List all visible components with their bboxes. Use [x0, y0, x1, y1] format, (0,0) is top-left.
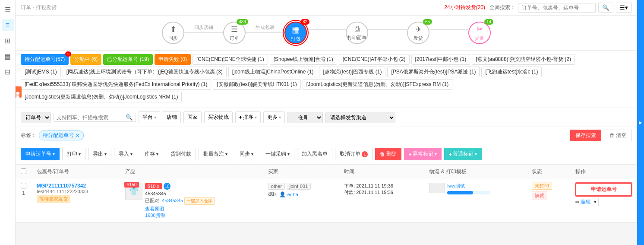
sidebar-icon-minus[interactable]: ⊟ [2, 66, 14, 78]
more-filter[interactable]: 更多 ▾ [263, 111, 285, 123]
sort-filter[interactable]: ♦ 排序 ▾ [235, 111, 261, 123]
select-all-checkbox[interactable] [21, 169, 26, 174]
buyer-logistics-filter[interactable]: 买家物流 [204, 111, 233, 123]
sync-button[interactable]: 同步 ▾ [235, 148, 258, 160]
country-filter[interactable]: 国家 [183, 111, 202, 123]
normal-mark-button[interactable]: ♦ 普通标记 ▾ [444, 148, 482, 160]
tabs-row-3: [FedEx(test555333)]联邦快递国际优先快递服务(FedEx In… [21, 79, 632, 90]
tab-quwuliu[interactable]: [趣物流(test)]巴西专线 (1) [319, 67, 385, 77]
batch-remark-button[interactable]: 批量备注 ▾ [199, 148, 232, 160]
apply-shipping-button[interactable]: 申请运单号 [575, 183, 632, 196]
cancel-order-button[interactable]: 取消订单 1 [335, 148, 373, 160]
grid-view-button[interactable]: ☰▾ [616, 3, 632, 13]
buyer-name[interactable]: er ha [287, 192, 298, 197]
import-button[interactable]: 导入 ▾ [114, 148, 137, 160]
tag-close-button[interactable]: ✕ [76, 133, 80, 139]
shipping-channel-select[interactable]: 请选择发货渠道 [325, 112, 395, 123]
delete-button[interactable]: 🗑 删除 [375, 148, 401, 160]
th-operation: 操作 [570, 165, 637, 179]
print-circle[interactable]: ⎙ 打印面单 [346, 22, 368, 44]
store-filter[interactable]: 店铺 [163, 111, 181, 123]
table-row: 1 MGP2111110757342 test4444-111122223333… [16, 179, 637, 223]
order-type-dropdown[interactable]: 订单号 [21, 112, 51, 123]
tag-bar-actions: 保存搜索 🗑 清空 [570, 130, 632, 141]
order-type-select[interactable]: 订单号 [21, 112, 51, 123]
sync-icon: ⬆ [170, 25, 177, 34]
sidebar-icon-menu[interactable]: ☰ [2, 3, 14, 16]
tab-ems[interactable]: [测试]EMS (1) [21, 67, 61, 77]
warehouse-select[interactable]: 仓库 [287, 112, 323, 123]
right-sidebar[interactable]: ▶ [637, 0, 644, 223]
print-button[interactable]: 打印 ▾ [62, 148, 85, 160]
platform-filter[interactable]: 平台 ▾ [139, 111, 160, 123]
tab-shopee-tw[interactable]: [Shopee线上物流]台湾 (1) [270, 54, 337, 65]
save-search-button[interactable]: 保存搜索 [570, 130, 601, 141]
connector-line-4 [368, 29, 407, 30]
inventory-button[interactable]: 库存 ▾ [140, 148, 163, 160]
ad-sidebar[interactable]: 广告◆服务◆开户 [16, 86, 22, 98]
sidebar-icon-grid[interactable]: ⊞ [2, 35, 14, 47]
order-circle[interactable]: 489 ☰ 订单 [223, 22, 246, 44]
row-checkbox[interactable] [21, 183, 26, 188]
tab-pending-assign[interactable]: 待分配运单号(57) 2 [21, 54, 69, 65]
global-search-input[interactable] [518, 3, 596, 13]
step-print[interactable]: ⎙ 打印面单 [346, 22, 368, 44]
apply-tracking-button[interactable]: 申请运单号 ▾ [21, 148, 60, 160]
sidebar-icon-list[interactable]: ▤ [2, 50, 14, 62]
alert-button[interactable]: 24小时待发货(20) [444, 4, 485, 11]
product-details: $10 x 10 45345345 已配对: 45345345 一键加入仓库 查… [145, 183, 215, 219]
more-ops-icon[interactable]: ▾ [592, 198, 599, 206]
shipping-channel-dropdown[interactable]: 请选择发货渠道 [326, 112, 395, 123]
tab-fedex[interactable]: [FedEx(test555333)]联邦快递国际优先快递服务(FedEx In… [21, 79, 211, 90]
tab-joomlogistics-sf[interactable]: [JoomLogistics(更新渠道信息(勿删、勿动))]SFExpress … [303, 79, 452, 90]
tab-cne-at[interactable]: [CNE(CNE)]AT平邮小包 (2) [339, 54, 410, 65]
cod-button[interactable]: 货到付款 [166, 148, 196, 160]
blacklist-button[interactable]: 加入黑名单 [297, 148, 332, 160]
breadcrumb-orders[interactable]: 订单 [21, 4, 31, 10]
source-1688-link[interactable]: 1688货源 [145, 212, 215, 219]
tab-anhui[interactable]: [安徽邮政(test)]皖美专线HTK01 (1) [213, 79, 300, 90]
warehouse-dropdown[interactable]: 仓库 [288, 112, 322, 123]
exception-circle[interactable]: 14 ✂ 异常 [468, 22, 491, 44]
pack-circle[interactable]: 82 ▦ 打包 [284, 22, 307, 44]
tab-cne-global-label: [CNE(CNE)]CNE全球快捷 (1) [196, 56, 264, 62]
edit-link[interactable]: 编辑 [581, 198, 591, 206]
step-sync[interactable]: ⬆ 同步 [162, 22, 184, 44]
step-order[interactable]: 489 ☰ 订单 [223, 22, 246, 44]
search-button[interactable]: 🔍 [126, 114, 133, 121]
tab-assigned[interactable]: 已分配运单号 (19) [103, 54, 153, 65]
tab-failed[interactable]: 申请失败 (0) [155, 54, 191, 65]
sidebar-icon-orders[interactable]: ≡ [2, 19, 14, 31]
package-id[interactable]: MGP2111110757342 [37, 183, 115, 189]
view-original-link[interactable]: 查看原图 [145, 206, 215, 212]
one-click-purchase-button[interactable]: 一键采购 ▾ [261, 148, 294, 160]
th-buyer: 买家 [263, 165, 339, 179]
sync-circle[interactable]: ⬆ 同步 [162, 22, 184, 44]
tab-feipao[interactable]: [飞跑速运test]水溶c (1) [481, 67, 542, 77]
step-ship[interactable]: 65 ✈ 发货 [407, 22, 429, 44]
tab-assigning[interactable]: 分配中 (6) [70, 54, 101, 65]
tab-joom-cpo[interactable]: [joom线上物流]ChinaPostOnline (1) [228, 67, 318, 77]
tab-psa[interactable]: [PSA俄罗斯海外仓(test)]PSA派送 (1) [387, 67, 480, 77]
tab-wangyi[interactable]: [网易速达(线上环境测试账号（可下单）)]EQ德国快速专线小包裹 (3) [63, 67, 227, 77]
buyer-id-tag: joinf-001 [287, 183, 311, 190]
connector-5 [429, 28, 468, 38]
export-button[interactable]: 导出 ▾ [88, 148, 111, 160]
search-bar[interactable]: 🔍 [54, 113, 136, 122]
step-exception[interactable]: 14 ✂ 异常 [468, 22, 491, 44]
search-submit-button[interactable]: 🔍 [598, 3, 613, 13]
ship-circle[interactable]: 65 ✈ 发货 [407, 22, 429, 44]
logistics-name[interactable]: lww测试 [447, 183, 464, 188]
tab-joomlogistics-nrm[interactable]: [JoomLogistics(更新渠道信息(勿删、勿动))]JoomLogist… [21, 92, 182, 102]
clear-button[interactable]: 🗑 清空 [604, 130, 632, 141]
tab-yanwen[interactable]: [燕文(aa8888)]燕文航空经济小包-普货 (2) [472, 54, 575, 65]
exception-mark-button[interactable]: ♦ 异常标记 ▾ [404, 148, 442, 160]
tab-cne-global[interactable]: [CNE(CNE)]CNE全球快捷 (1) [193, 54, 268, 65]
tab-2017test[interactable]: [2017test]中邮小包 (1) [411, 54, 470, 65]
step-pack[interactable]: 82 ▦ 打包 [284, 22, 307, 44]
search-input[interactable] [57, 115, 126, 121]
th-time: 时间 [339, 165, 424, 179]
one-click-add-btn[interactable]: 一键加入仓库 [184, 197, 215, 205]
matched-sku[interactable]: 45345345 [162, 198, 183, 203]
batch-remark-arrow: ▾ [225, 152, 227, 156]
